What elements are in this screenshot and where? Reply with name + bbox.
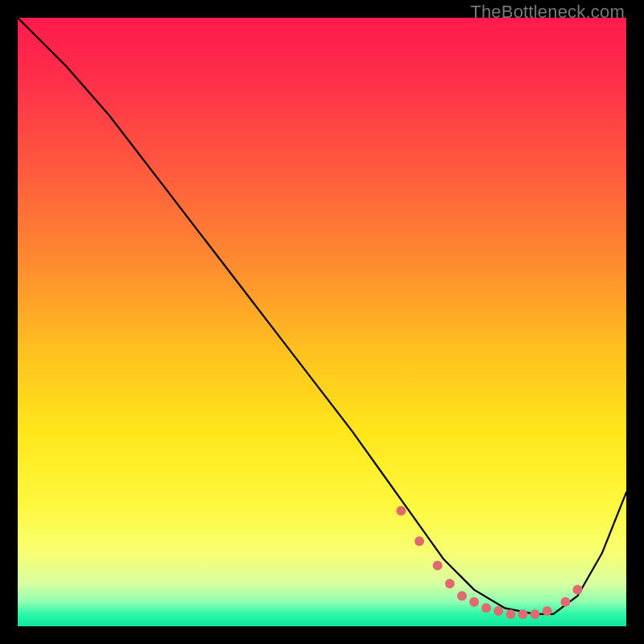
chart-frame: TheBottleneck.com — [0, 0, 644, 644]
curve-svg — [18, 18, 626, 626]
trough-marker — [530, 609, 540, 619]
bottleneck-curve — [18, 18, 626, 614]
trough-marker — [481, 603, 491, 613]
trough-marker — [396, 506, 406, 515]
trough-marker — [415, 536, 424, 546]
plot-area — [18, 18, 626, 626]
trough-marker — [457, 591, 467, 601]
trough-marker — [560, 597, 570, 607]
trough-marker — [469, 597, 479, 607]
trough-marker — [493, 606, 503, 616]
trough-marker — [543, 606, 552, 616]
trough-marker — [506, 609, 515, 619]
trough-marker — [445, 579, 455, 588]
trough-marker — [433, 560, 443, 570]
trough-marker — [573, 585, 583, 595]
trough-marker — [518, 609, 528, 619]
trough-markers — [396, 506, 582, 619]
